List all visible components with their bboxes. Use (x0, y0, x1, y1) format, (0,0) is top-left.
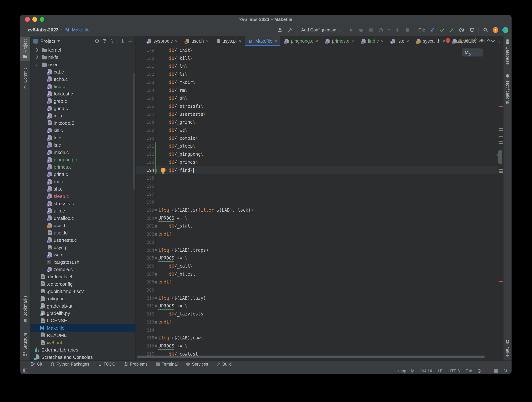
next-problem-icon[interactable] (491, 39, 495, 42)
code-line-194[interactable]: 194$U/_find\ (136, 166, 497, 174)
code-line-212[interactable]: 212$U/_lazytests (136, 310, 497, 318)
code-line-184[interactable]: 184$U/_rm\ (136, 86, 497, 94)
tab-close-icon[interactable]: × (175, 39, 177, 44)
tree-item-umalloc-c[interactable]: Cumalloc.c (31, 214, 135, 222)
code-line-186[interactable]: 186$U/_stressfs\ (136, 102, 497, 110)
tree-item-cat-c[interactable]: Ccat.c (31, 68, 135, 76)
tree-item-grade-lab-util[interactable]: grade-lab-util (31, 302, 135, 310)
tree-item--gitignore[interactable]: .gitignore (31, 295, 135, 302)
collapse-all-icon[interactable] (110, 39, 115, 44)
tool-button-structure[interactable]: Structure (20, 331, 30, 359)
code-line-211[interactable]: 211UPROGS += \ (136, 302, 497, 310)
file-encoding[interactable]: UTF-8 (448, 369, 460, 373)
code-line-185[interactable]: 185$U/_sh\ (136, 94, 497, 102)
tab-close-icon[interactable]: × (275, 39, 277, 44)
tree-item-wc-c[interactable]: Cwc.c (31, 251, 135, 259)
project-view-dropdown-icon[interactable] (57, 40, 60, 42)
chevron-expanded-icon[interactable] (35, 63, 38, 66)
editor-tab-find-c[interactable]: Cfind.c× (357, 36, 387, 46)
tree-item-gradelib-py[interactable]: gradelib.py (31, 310, 135, 317)
tab-close-icon[interactable]: × (206, 39, 209, 44)
tab-close-icon[interactable]: × (351, 39, 354, 44)
fold-end-icon[interactable] (155, 321, 157, 324)
tree-item-primes-c[interactable]: Cprimes.c (31, 163, 135, 171)
inspections-widget[interactable]: ! 3 12 46 (446, 38, 494, 43)
code-line-189[interactable]: 189$U/_wc\ (136, 126, 497, 134)
breadcrumb-file[interactable]: Makefile (72, 27, 89, 33)
tab-close-icon[interactable]: × (316, 39, 318, 44)
tree-item-ls-c[interactable]: Cls.c (31, 141, 135, 149)
warning-stripe-mark[interactable] (499, 139, 503, 139)
code-line-191[interactable]: 191$U/_sleep\ (136, 142, 497, 150)
code-line-203[interactable]: 203 (136, 238, 497, 246)
tool-button-notifications[interactable]: Notifications (504, 71, 512, 106)
code-line-179[interactable]: 179$U/_init\ (136, 46, 497, 54)
fold-end-icon[interactable] (155, 273, 157, 276)
warning-stripe-mark[interactable] (499, 171, 503, 172)
tree-item-sleep-c[interactable]: Csleep.c (31, 193, 135, 200)
chevron-collapsed-icon[interactable] (35, 55, 38, 59)
tree-item--editorconfig[interactable]: .editorconfig (31, 280, 135, 288)
previous-problem-icon[interactable] (486, 39, 490, 43)
settings-gear-icon[interactable] (120, 39, 125, 44)
fold-start-icon[interactable] (155, 337, 157, 339)
tree-item-xv6-out[interactable]: xv6.out (31, 339, 135, 346)
tool-button-commit[interactable]: Commit (20, 66, 30, 92)
tree-item-user[interactable]: user (31, 61, 135, 68)
warning-stripe-mark[interactable] (499, 128, 503, 129)
tab-close-icon[interactable]: × (406, 39, 409, 44)
code-line-207[interactable]: 207$U/_bttest (136, 270, 497, 278)
code-line-209[interactable]: 209 (136, 286, 497, 294)
tree-item-initcode-s[interactable]: initcode.S (31, 119, 135, 127)
editor-tab-sysproc-c[interactable]: Csysproc.c× (143, 36, 181, 46)
code-line-197[interactable]: 197 (136, 190, 497, 198)
warning-stripe-mark[interactable] (499, 130, 503, 131)
tree-item-mkfs[interactable]: mkfs (31, 54, 135, 61)
fold-start-icon[interactable] (155, 257, 157, 259)
inspection-profile[interactable]: .clang-tidy (396, 369, 414, 373)
tab-close-icon[interactable]: × (381, 39, 383, 44)
tool-window-button-git[interactable]: Git (31, 362, 42, 367)
build-hammer-icon[interactable] (287, 27, 293, 33)
hide-panel-icon[interactable] (127, 39, 133, 44)
fold-start-icon[interactable] (155, 305, 157, 307)
code-line-193[interactable]: 193$U/_primes\ (136, 158, 497, 166)
error-stripe-mark[interactable] (499, 106, 503, 107)
history-icon[interactable] (459, 27, 465, 33)
error-stripe-mark[interactable] (499, 281, 503, 282)
code-line-216[interactable]: 216UPROGS += \ (136, 342, 497, 350)
line-separator[interactable]: LF (438, 369, 443, 373)
tab-close-icon[interactable]: × (239, 39, 241, 44)
code-line-214[interactable]: 214 (136, 326, 497, 334)
code-line-195[interactable]: 195 (136, 174, 497, 182)
fold-end-icon[interactable] (155, 225, 157, 227)
fold-start-icon[interactable] (155, 209, 157, 212)
warning-stripe-mark[interactable] (499, 136, 503, 137)
code-line-215[interactable]: 215ifeq ($(LAB),cow) (136, 334, 497, 342)
horizontal-scrollbar[interactable] (137, 356, 485, 358)
tree-item-readme[interactable]: README (31, 331, 135, 339)
editor-tab-pingpong-c[interactable]: Cpingpong.c× (280, 36, 321, 46)
warning-stripe-mark[interactable] (499, 141, 503, 142)
tree-item-xargstest-sh[interactable]: >_xargstest.sh (31, 259, 135, 266)
locate-file-icon[interactable] (94, 39, 100, 44)
tree-item-grep-c[interactable]: Cgrep.c (31, 97, 135, 105)
warning-stripe-mark[interactable] (499, 168, 503, 168)
tree-item-makefile[interactable]: MMakefile (31, 324, 135, 331)
stop-icon[interactable] (404, 27, 410, 33)
code-line-206[interactable]: 206$U/_call\ (136, 262, 497, 270)
updates-available-icon[interactable]: ↑ (493, 27, 498, 33)
tool-window-button-python-packages[interactable]: Python Packages (50, 362, 89, 367)
tree-item-forktest-c[interactable]: Cforktest.c (31, 90, 135, 97)
coverage-icon[interactable] (368, 27, 374, 33)
tree-item-sh-c[interactable]: Csh.c (31, 185, 135, 193)
profiler-dropdown-icon[interactable] (388, 29, 390, 31)
settings-sync-icon[interactable] (504, 368, 507, 373)
tree-item-user-ld[interactable]: user.ld (31, 229, 135, 236)
tree-item-rm-c[interactable]: Crm.c (31, 178, 135, 185)
code-line-192[interactable]: 192$U/_pingpong\ (136, 150, 497, 158)
code-line-201[interactable]: 201$U/_stats (136, 222, 497, 230)
code-line-182[interactable]: 182$U/_ls\ (136, 70, 497, 78)
tree-item-license[interactable]: LICENSE (31, 317, 135, 324)
editor-tab-ls-c[interactable]: Cls.c× (387, 36, 412, 46)
